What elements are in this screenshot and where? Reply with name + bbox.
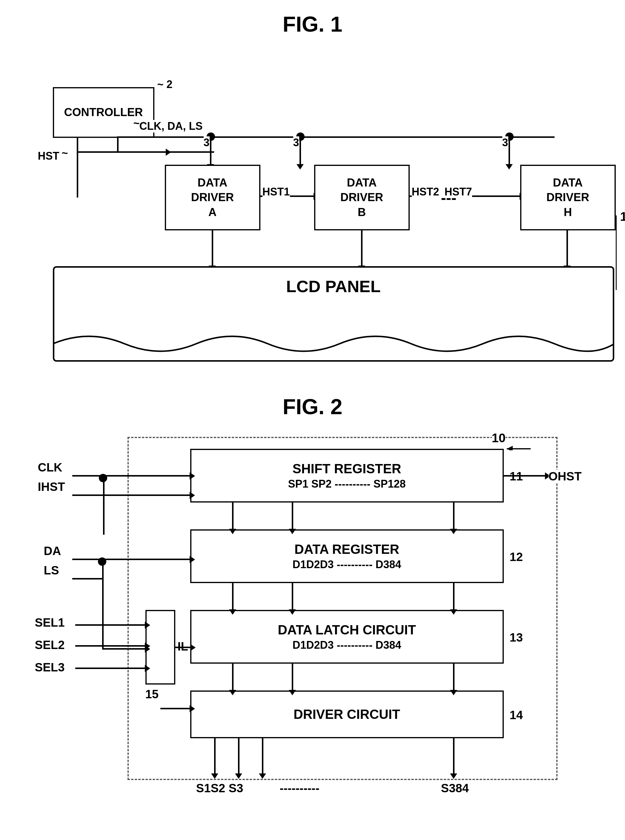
hst-label: HST [38, 150, 59, 162]
s-outputs-label: S1S2 S3 [196, 781, 243, 795]
arrow-sr-to-dr-2 [292, 502, 293, 529]
wave-svg [53, 326, 614, 362]
arrow-sel3 [75, 668, 145, 669]
ohst-label: OHST [549, 470, 582, 483]
controller-ref: ~ 2 [157, 78, 173, 91]
arrow-ls-h [72, 578, 102, 580]
fig2-title: FIG. 2 [12, 395, 613, 419]
data-register-box: DATA REGISTER D1D2D3 ---------- D384 [190, 529, 504, 583]
arrow-dl-to-dc-3 [453, 663, 454, 691]
controller-to-bus-h [117, 136, 156, 138]
arrow-dr-to-dl-1 [232, 583, 233, 610]
num3-a: 3 [204, 136, 210, 149]
hst2-label: HST2 [412, 186, 439, 198]
data-register-subtitle: D1D2D3 ---------- D384 [292, 558, 401, 572]
arrow-15-to-driver [160, 708, 190, 709]
data-latch-box: DATA LATCH CIRCUIT D1D2D3 ---------- D38… [190, 610, 504, 663]
sel3-label: SEL3 [35, 661, 65, 674]
ref-15: 15 [145, 688, 159, 701]
clk-da-ls-label: CLK, DA, LS [140, 120, 203, 132]
clk-label: CLK [38, 461, 62, 474]
driver-circuit-title: DRIVER CIRCUIT [294, 706, 400, 723]
lcd-label: LCD PANEL [286, 277, 381, 296]
arrow-dc-out-2 [238, 738, 239, 774]
ref-10: 10 [492, 431, 506, 445]
arrow-hst7 [465, 195, 520, 197]
arrow-dc-out-4 [453, 738, 454, 774]
arrow-dl-to-dc-2 [292, 663, 293, 691]
arrow-ls-to-dr [102, 559, 190, 560]
arrow-a-down [212, 230, 213, 266]
driver-a-box: DATA DRIVER A [165, 165, 260, 230]
ihst-label: IHST [38, 480, 65, 494]
arrow-dr-to-dl-3 [453, 583, 454, 610]
data-latch-title: DATA LATCH CIRCUIT [278, 621, 416, 638]
arrow-sel2 [75, 645, 145, 647]
ref-14: 14 [510, 708, 523, 722]
ref-10-arrow [507, 435, 536, 450]
arrow-b-down [361, 230, 362, 266]
driver-h-box: DATA DRIVER H [520, 165, 616, 230]
arrow-h-down [566, 230, 568, 266]
hst-v-line [77, 138, 78, 198]
hst7-label: HST7 [445, 186, 472, 198]
page: FIG. 1 CONTROLLER ~ 2 HST ~ CLK, DA, LS … [0, 0, 625, 840]
arrow-bus-to-b [300, 136, 301, 165]
num3-c: 3 [502, 136, 508, 149]
hst-tilde: ~ [62, 147, 68, 160]
fig1-diagram: CONTROLLER ~ 2 HST ~ CLK, DA, LS ~ 3 3 3 [29, 48, 596, 377]
arrow-dr-to-dl-2 [292, 583, 293, 610]
controller-to-bus-v [117, 138, 118, 153]
ref-bracket [616, 215, 617, 290]
arrow-dc-out-3 [262, 738, 263, 774]
arrow-sel1 [75, 624, 145, 626]
driver-circuit-box: DRIVER CIRCUIT [190, 691, 504, 738]
clk-tilde: ~ [134, 117, 140, 130]
s-dots-label: ---------- [280, 781, 320, 795]
data-register-title: DATA REGISTER [294, 541, 399, 558]
sel2-label: SEL2 [35, 638, 65, 652]
controller-box: CONTROLLER [53, 87, 154, 138]
shift-register-title: SHIFT REGISTER [292, 460, 401, 477]
arrow-bus-to-a [210, 136, 211, 165]
arrow-il [175, 647, 191, 648]
ls-label: LS [44, 564, 59, 577]
arrow-hst-to-a [77, 151, 166, 153]
controller-label: CONTROLLER [64, 105, 143, 120]
lcd-ref: 1 [620, 209, 625, 224]
fig1-title: FIG. 1 [12, 12, 613, 36]
arrow-ihst [72, 494, 190, 496]
s384-label: S384 [441, 781, 469, 795]
shift-register-subtitle: SP1 SP2 ---------- SP128 [288, 477, 406, 491]
ls-v-line [102, 559, 104, 648]
svg-marker-1 [507, 446, 513, 450]
ref-13: 13 [510, 631, 523, 644]
arrow-dl-to-dc-1 [232, 663, 233, 691]
shift-register-box: SHIFT REGISTER SP1 SP2 ---------- SP128 [190, 449, 504, 502]
driver-b-box: DATA DRIVER B [314, 165, 410, 230]
ref-12: 12 [510, 550, 523, 564]
da-label: DA [44, 544, 61, 558]
arrow-ohst [504, 475, 546, 477]
sel1-label: SEL1 [35, 616, 65, 629]
arrow-ls-to-sel [102, 648, 145, 649]
arrow-dc-out-1 [214, 738, 216, 774]
data-latch-subtitle: D1D2D3 ---------- D384 [292, 638, 401, 652]
hst1-label: HST1 [263, 186, 290, 198]
arrow-bus-to-h [508, 136, 510, 165]
fig2-diagram: 10 SHIFT REGISTER SP1 SP2 ---------- SP1… [29, 431, 596, 819]
arrow-to-sr [103, 475, 190, 477]
num3-b: 3 [293, 136, 299, 149]
arrow-sr-to-dr-3 [453, 502, 454, 529]
clk-ihst-bus [103, 475, 104, 535]
arrow-sr-to-dr-1 [232, 502, 233, 529]
